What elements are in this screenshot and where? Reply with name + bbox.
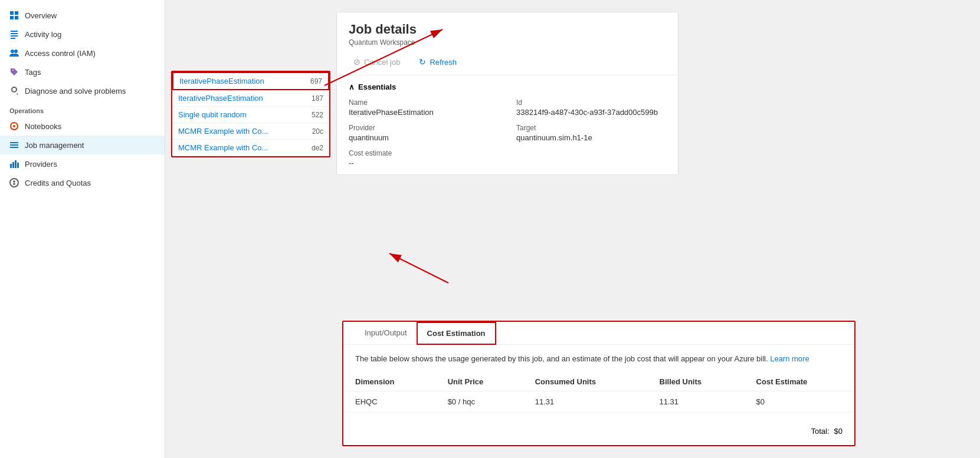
svg-rect-16 (12, 162, 14, 168)
svg-rect-1 (15, 11, 18, 15)
sidebar-item-notebooks[interactable]: Notebooks (0, 117, 165, 136)
svg-rect-18 (17, 163, 19, 168)
field-cost-estimate-label: Cost estimate (349, 149, 499, 157)
access-control-icon (9, 48, 19, 58)
total-row: Total: $0 (343, 422, 854, 445)
svg-point-9 (14, 50, 18, 53)
job-list-item-5[interactable]: MCMR Example with Co... de2 (172, 140, 329, 156)
job-list-item-4[interactable]: MCMR Example with Co... 20c (172, 123, 329, 140)
operations-section-label: Operations (0, 100, 165, 117)
cancel-job-button[interactable]: ⊘ Cancel job (349, 55, 405, 69)
sidebar-item-access-control[interactable]: Access control (IAM) (0, 44, 165, 62)
field-id-label: Id (516, 98, 666, 107)
sidebar-item-activity-log-label: Activity log (25, 30, 61, 39)
field-target-label: Target (516, 124, 666, 132)
sidebar-item-overview[interactable]: Overview (0, 6, 165, 25)
activity-log-icon (9, 29, 19, 39)
panel-subtitle: Quantum Workspace (349, 38, 666, 47)
table-header-row: Dimension Unit Price Consumed Units Bill… (343, 373, 854, 391)
svg-rect-2 (10, 16, 14, 19)
row-dimension: EHQC (343, 391, 436, 413)
cost-estimation-panel: Input/Output Cost Estimation The table b… (342, 321, 856, 447)
sidebar-item-diagnose[interactable]: Diagnose and solve problems (0, 81, 165, 100)
cost-description-text: The table below shows the usage generate… (355, 354, 768, 363)
job-details-panel: Job details Quantum Workspace ⊘ Cancel j… (336, 12, 679, 175)
field-cost-estimate-value: -- (349, 159, 499, 167)
col-consumed-units: Consumed Units (523, 373, 648, 391)
svg-rect-0 (10, 11, 14, 15)
main-area: IterativePhaseEstimation 697 IterativePh… (165, 0, 980, 458)
col-unit-price: Unit Price (436, 373, 523, 391)
field-name: Name IterativePhaseEstimation (349, 98, 499, 117)
field-provider: Provider quantinuum (349, 124, 499, 142)
cost-description: The table below shows the usage generate… (343, 345, 854, 373)
job-id-5: de2 (312, 144, 323, 152)
cost-tabs: Input/Output Cost Estimation (343, 322, 854, 345)
panel-title: Job details (349, 22, 666, 37)
field-target-value: quantinuum.sim.h1-1e (516, 133, 666, 142)
svg-point-11 (13, 125, 15, 127)
essentials-section: ∧ Essentials Name IterativePhaseEstimati… (337, 75, 678, 174)
job-list-item-2[interactable]: IterativePhaseEstimation 187 (172, 90, 329, 107)
sidebar-item-tags-label: Tags (25, 68, 41, 77)
sidebar-item-tags[interactable]: Tags (0, 62, 165, 81)
col-cost-estimate: Cost Estimate (745, 373, 854, 391)
sidebar-item-credits-quotas[interactable]: Credits and Quotas (0, 173, 165, 192)
field-cost-estimate: Cost estimate -- (349, 149, 499, 167)
field-name-value: IterativePhaseEstimation (349, 108, 499, 117)
sidebar-item-providers-label: Providers (25, 160, 57, 169)
total-value: $0 (834, 427, 843, 436)
refresh-label: Refresh (430, 58, 457, 67)
job-link-4[interactable]: MCMR Example with Co... (178, 127, 309, 136)
col-dimension: Dimension (343, 373, 436, 391)
essentials-grid: Name IterativePhaseEstimation Id 338214f… (349, 98, 666, 167)
job-link-3[interactable]: Single qubit random (178, 110, 308, 119)
essentials-title: Essentials (358, 83, 396, 91)
svg-rect-15 (10, 164, 12, 168)
learn-more-link[interactable]: Learn more (770, 354, 809, 363)
refresh-button[interactable]: ↻ Refresh (414, 55, 461, 69)
sidebar-item-notebooks-label: Notebooks (25, 122, 61, 131)
tab-cost-estimation[interactable]: Cost Estimation (417, 322, 496, 345)
job-link-2[interactable]: IterativePhaseEstimation (178, 94, 308, 103)
sidebar-item-activity-log[interactable]: Activity log (0, 25, 165, 44)
tab-input-output-label: Input/Output (365, 328, 407, 337)
tab-input-output[interactable]: Input/Output (355, 322, 417, 344)
job-link-1[interactable]: IterativePhaseEstimation (179, 77, 307, 85)
providers-icon (9, 159, 19, 169)
job-list-item-3[interactable]: Single qubit random 522 (172, 107, 329, 123)
job-id-2: 187 (312, 94, 323, 103)
panel-header: Job details Quantum Workspace (337, 12, 678, 51)
sidebar-item-diagnose-label: Diagnose and solve problems (25, 87, 126, 95)
row-cost-estimate: $0 (745, 391, 854, 413)
field-name-label: Name (349, 98, 499, 107)
job-link-5[interactable]: MCMR Example with Co... (178, 143, 308, 152)
refresh-icon: ↻ (419, 57, 426, 67)
field-provider-label: Provider (349, 124, 499, 132)
row-consumed-units: 11.31 (523, 391, 648, 413)
row-unit-price: $0 / hqc (436, 391, 523, 413)
field-id-value: 338214f9-a487-430c-a93f-37add00c599b (516, 108, 666, 117)
field-id: Id 338214f9-a487-430c-a93f-37add00c599b (516, 98, 666, 117)
job-id-1: 697 (310, 77, 322, 85)
svg-rect-6 (11, 35, 18, 37)
job-list-item-1[interactable]: IterativePhaseEstimation 697 (172, 72, 329, 90)
sidebar: Overview Activity log Access control (IA… (0, 0, 165, 458)
svg-line-22 (389, 253, 448, 283)
job-management-icon (9, 140, 19, 150)
sidebar-item-providers[interactable]: Providers (0, 154, 165, 173)
tab-cost-estimation-label: Cost Estimation (427, 329, 486, 338)
panel-toolbar: ⊘ Cancel job ↻ Refresh (337, 51, 678, 75)
svg-point-8 (11, 50, 14, 53)
svg-rect-5 (11, 33, 18, 34)
total-label: Total: (811, 427, 829, 436)
cancel-icon: ⊘ (353, 57, 360, 67)
col-billed-units: Billed Units (648, 373, 745, 391)
sidebar-item-overview-label: Overview (25, 11, 57, 20)
essentials-header[interactable]: ∧ Essentials (349, 83, 666, 91)
notebooks-icon (9, 121, 19, 131)
sidebar-item-job-management[interactable]: Job management (0, 136, 165, 154)
sidebar-item-access-control-label: Access control (IAM) (25, 49, 96, 58)
job-list-panel: IterativePhaseEstimation 697 IterativePh… (171, 71, 330, 157)
cost-table: Dimension Unit Price Consumed Units Bill… (343, 373, 854, 413)
